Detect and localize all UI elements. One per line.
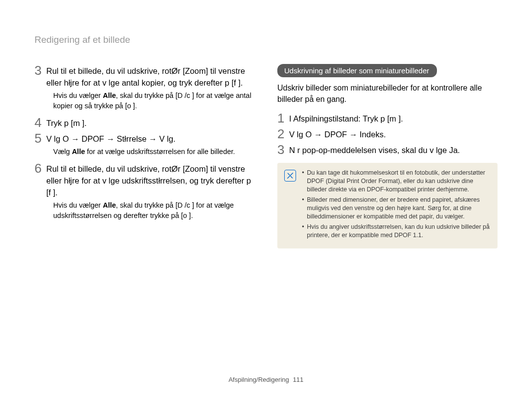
step-text: Rul til et billede, du vil udskrive, rot… <box>46 162 255 198</box>
note-body: Du kan tage dit hukommelseskort til en f… <box>302 169 490 242</box>
sub-text: for at vælge udskriftsstørrelsen for all… <box>85 148 235 155</box>
page-title: Redigering af et billede <box>34 34 498 45</box>
r-step-1: 1 I Afspilningstilstand: Tryk p [m ]. <box>277 112 498 124</box>
step-text: Rul til et billede, du vil udskrive, rot… <box>46 64 255 89</box>
r-step-3: 3 N r pop-op-meddelelsen vises, skal du … <box>277 143 498 156</box>
sub-bold: Alle <box>103 201 116 209</box>
step-5: 5 V lg O → DPOF → Stłrrelse → V lg. <box>34 132 255 145</box>
step-text: V lg O → DPOF → Indeks. <box>289 127 386 140</box>
r-step-2: 2 V lg O → DPOF → Indeks. <box>277 127 498 140</box>
step-number: 5 <box>34 132 46 145</box>
footer-section: Afspilning/Redigering <box>229 376 289 383</box>
step-3-sub: Hvis du vælger Alle, skal du trykke på [… <box>53 91 255 111</box>
columns: 3 Rul til et billede, du vil udskrive, r… <box>34 64 498 248</box>
step-5-sub: Vælg Alle for at vælge udskriftsstørrels… <box>53 147 255 157</box>
section-pill: Udskrivning af billeder som miniaturebil… <box>277 64 437 77</box>
step-3: 3 Rul til et billede, du vil udskrive, r… <box>34 64 255 89</box>
step-text: V lg O → DPOF → Stłrrelse → V lg. <box>46 132 175 145</box>
intro-text: Udskriv billeder som miniaturebilleder f… <box>277 82 498 105</box>
footer-page-number: 111 <box>293 376 303 383</box>
note-item: Hvis du angiver udskriftsstørrelsen, kan… <box>302 223 490 240</box>
step-text: Tryk p [m ]. <box>46 116 87 129</box>
step-number: 6 <box>34 162 46 175</box>
step-number: 3 <box>277 143 289 156</box>
sub-text: Vælg <box>53 148 72 155</box>
step-6: 6 Rul til et billede, du vil udskrive, r… <box>34 162 255 198</box>
sub-text: Hvis du vælger <box>53 92 103 99</box>
sub-bold: Alle <box>103 92 116 99</box>
step-number: 2 <box>277 127 289 140</box>
step-number: 3 <box>34 64 46 77</box>
right-column: Udskrivning af billeder som miniaturebil… <box>277 64 498 248</box>
sub-bold: Alle <box>72 148 85 155</box>
step-number: 4 <box>34 116 46 129</box>
note-box: Du kan tage dit hukommelseskort til en f… <box>277 163 498 248</box>
step-text: N r pop-op-meddelelsen vises, skal du v … <box>289 143 460 156</box>
note-icon <box>284 170 296 182</box>
step-text: I Afspilningstilstand: Tryk p [m ]. <box>289 112 403 124</box>
step-6-sub: Hvis du vælger Alle, skal du trykke på [… <box>53 200 255 221</box>
left-column: 3 Rul til et billede, du vil udskrive, r… <box>34 64 255 248</box>
step-4: 4 Tryk p [m ]. <box>34 116 255 129</box>
step-number: 1 <box>277 112 289 124</box>
page: Redigering af et billede 3 Rul til et bi… <box>0 0 532 401</box>
note-item: Billeder med dimensioner, der er bredere… <box>302 196 490 221</box>
note-item: Du kan tage dit hukommelseskort til en f… <box>302 169 490 194</box>
sub-text: Hvis du vælger <box>53 201 103 209</box>
page-footer: Afspilning/Redigering 111 <box>0 376 532 383</box>
